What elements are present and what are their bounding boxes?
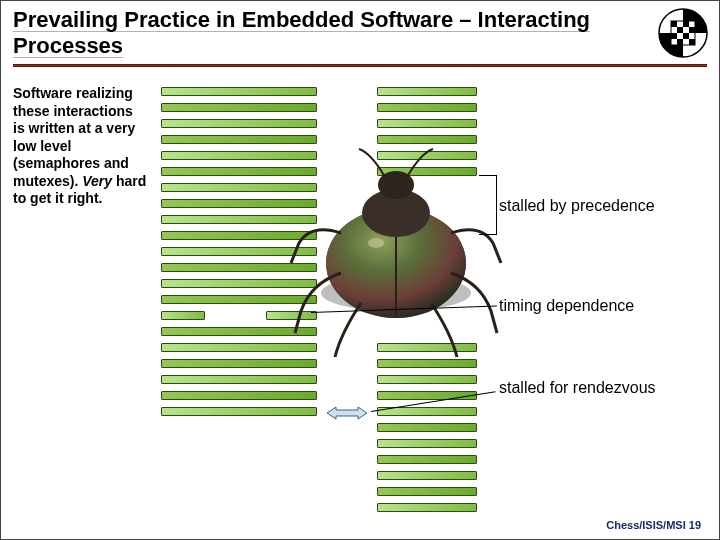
process-bar	[377, 375, 477, 384]
svg-marker-10	[327, 407, 367, 419]
process-bar	[377, 455, 477, 464]
footer-credit: Chess/ISIS/MSI 19	[606, 519, 701, 531]
annotation-rendezvous: stalled for rendezvous	[499, 379, 656, 397]
process-bar	[377, 487, 477, 496]
svg-point-17	[368, 238, 384, 248]
process-bar	[161, 391, 317, 400]
body-paragraph: Software realizing these interactions is…	[13, 85, 148, 208]
process-bar	[377, 423, 477, 432]
chess-logo	[657, 7, 709, 59]
svg-rect-9	[689, 39, 695, 45]
title-rule	[13, 64, 707, 67]
process-bar	[377, 471, 477, 480]
svg-rect-4	[677, 27, 683, 33]
process-bar	[377, 503, 477, 512]
annotation-timing: timing dependence	[499, 297, 634, 315]
svg-rect-5	[689, 27, 695, 33]
svg-rect-6	[671, 33, 677, 39]
svg-rect-7	[683, 33, 689, 39]
process-bar	[161, 103, 317, 112]
bug-illustration	[281, 143, 511, 373]
annotation-brace	[479, 175, 497, 235]
svg-rect-2	[671, 21, 677, 27]
process-bar	[377, 103, 477, 112]
process-bar	[161, 407, 317, 416]
process-bar	[377, 439, 477, 448]
slide-header: Prevailing Practice in Embedded Software…	[1, 1, 719, 75]
svg-rect-3	[683, 21, 689, 27]
process-bar	[161, 119, 317, 128]
svg-rect-8	[677, 39, 683, 45]
double-arrow-icon	[326, 406, 368, 420]
process-bar	[161, 87, 317, 96]
body-text-emph: Very	[82, 173, 112, 189]
slide-title: Prevailing Practice in Embedded Software…	[13, 7, 707, 60]
slide-content: Software realizing these interactions is…	[1, 79, 719, 539]
process-bar	[161, 375, 317, 384]
process-bar	[377, 119, 477, 128]
process-bar	[161, 311, 205, 320]
process-bar	[377, 87, 477, 96]
annotation-precedence: stalled by precedence	[499, 197, 655, 215]
